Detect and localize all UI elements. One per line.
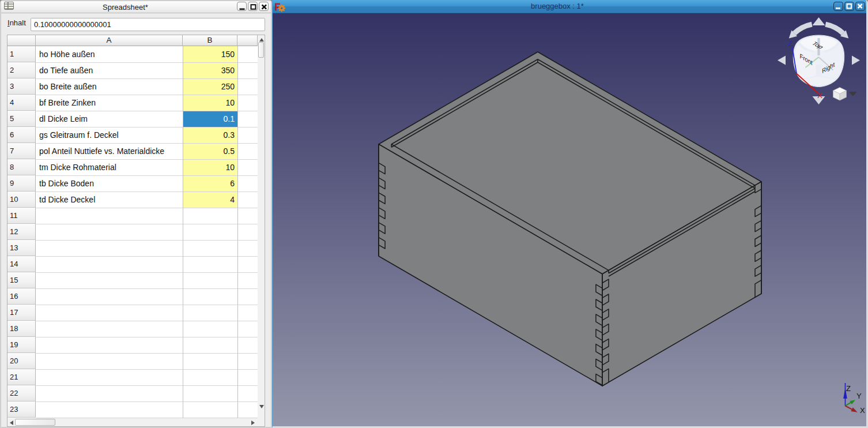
svg-text:Y: Y	[856, 392, 862, 400]
svg-text:X: X	[817, 91, 822, 100]
svg-text:Z: Z	[787, 39, 792, 48]
svg-text:X: X	[860, 406, 865, 415]
svg-text:Z: Z	[846, 384, 851, 393]
